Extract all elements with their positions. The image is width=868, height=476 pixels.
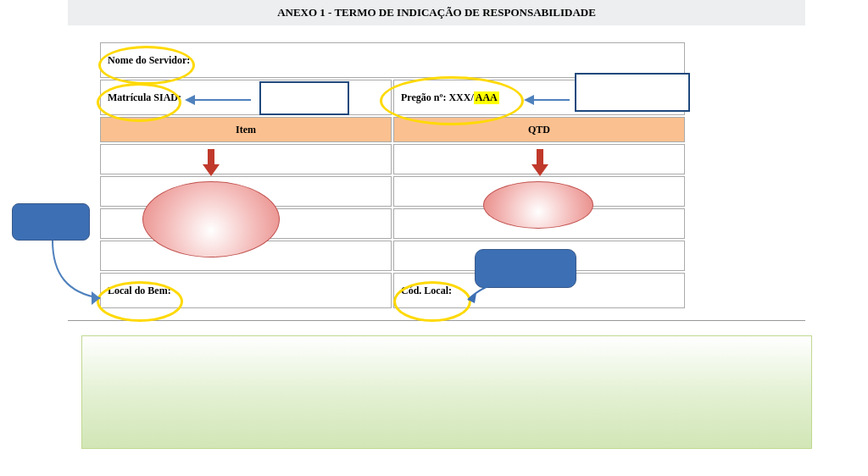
input-box-pregao [575, 73, 690, 112]
arrow-down-head-item [203, 164, 220, 176]
svg-marker-1 [92, 291, 100, 305]
document-header: ANEXO 1 - TERMO DE INDICAÇÃO DE RESPONSA… [68, 0, 805, 25]
input-box-matricula [259, 81, 349, 115]
annotation-box-left [12, 203, 90, 241]
arrow-down-stem-item [208, 149, 214, 166]
arrow-left-head-pregao [524, 95, 534, 105]
highlight-ellipse-pregao [380, 76, 524, 125]
highlight-ellipse-cod-local [393, 281, 471, 322]
notes-panel [81, 335, 812, 449]
highlight-ellipse-nome-servidor [98, 46, 195, 85]
highlight-ellipse-qtd-area [483, 181, 593, 229]
arrow-down-stem-qtd [537, 149, 543, 166]
arrow-left-stem-matricula [195, 99, 251, 101]
arrow-left-head-matricula [185, 95, 195, 105]
highlight-ellipse-item-area [142, 181, 280, 257]
curved-arrow-local-bem [49, 241, 117, 368]
item-cell-1 [100, 144, 392, 174]
arrow-left-stem-pregao [534, 99, 570, 101]
highlight-ellipse-matricula [97, 83, 181, 122]
arrow-down-head-qtd [531, 164, 548, 176]
callout-tail [466, 280, 509, 305]
